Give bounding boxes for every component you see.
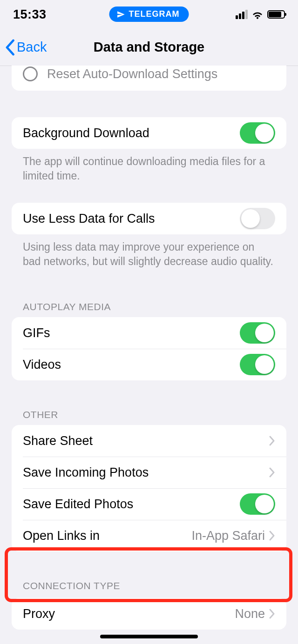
- save-incoming-label: Save Incoming Photos: [23, 465, 149, 480]
- save-edited-photos-row[interactable]: Save Edited Photos: [12, 488, 286, 520]
- paper-plane-icon: [117, 10, 125, 19]
- share-sheet-row[interactable]: Share Sheet: [12, 425, 286, 457]
- radio-icon: [23, 66, 38, 81]
- autoplay-gifs-label: GIFs: [23, 326, 50, 340]
- chevron-right-icon: [269, 435, 275, 446]
- share-sheet-label: Share Sheet: [23, 434, 93, 448]
- home-indicator[interactable]: [100, 635, 198, 638]
- use-less-data-row[interactable]: Use Less Data for Calls: [12, 203, 286, 234]
- wifi-icon: [251, 10, 264, 19]
- save-incoming-photos-row[interactable]: Save Incoming Photos: [12, 457, 286, 488]
- pill-label: TELEGRAM: [129, 9, 180, 19]
- status-time: 15:33: [13, 7, 47, 22]
- back-label: Back: [17, 40, 47, 55]
- connection-group: Proxy None: [12, 598, 286, 630]
- status-bar: 15:33 TELEGRAM: [0, 0, 298, 29]
- save-edited-label: Save Edited Photos: [23, 497, 133, 511]
- save-edited-toggle[interactable]: [240, 493, 275, 515]
- battery-icon: [267, 10, 285, 19]
- chevron-left-icon: [5, 39, 15, 56]
- chevron-right-icon: [269, 608, 275, 619]
- autoplay-videos-label: Videos: [23, 358, 61, 372]
- use-less-data-toggle[interactable]: [240, 208, 275, 229]
- background-download-group: Background Download: [12, 117, 286, 149]
- reset-group: Reset Auto-Download Settings: [12, 66, 286, 91]
- open-links-value: In-App Safari: [191, 529, 265, 543]
- connection-header: CONNECTION TYPE: [12, 580, 286, 590]
- background-download-row[interactable]: Background Download: [12, 117, 286, 149]
- autoplay-videos-row[interactable]: Videos: [12, 349, 286, 380]
- chevron-right-icon: [269, 530, 275, 541]
- open-links-label: Open Links in: [23, 529, 100, 543]
- autoplay-gifs-row[interactable]: GIFs: [12, 317, 286, 349]
- use-less-data-label: Use Less Data for Calls: [23, 212, 155, 226]
- background-download-toggle[interactable]: [240, 122, 275, 144]
- use-less-data-group: Use Less Data for Calls: [12, 203, 286, 234]
- proxy-row[interactable]: Proxy None: [12, 598, 286, 630]
- autoplay-header: AUTOPLAY MEDIA: [12, 301, 286, 317]
- background-download-footer: The app will continue downloading media …: [12, 149, 286, 183]
- reset-auto-download-row[interactable]: Reset Auto-Download Settings: [12, 66, 286, 88]
- reset-label: Reset Auto-Download Settings: [47, 67, 217, 81]
- chevron-right-icon: [269, 467, 275, 478]
- back-button[interactable]: Back: [0, 39, 47, 56]
- other-group: Share Sheet Save Incoming Photos Save Ed…: [12, 425, 286, 551]
- autoplay-videos-toggle[interactable]: [240, 354, 275, 375]
- autoplay-gifs-toggle[interactable]: [240, 322, 275, 344]
- proxy-label: Proxy: [23, 607, 55, 621]
- open-links-row[interactable]: Open Links in In-App Safari: [12, 520, 286, 551]
- background-download-label: Background Download: [23, 126, 149, 140]
- nav-bar: Back Data and Storage: [0, 29, 298, 66]
- autoplay-group: GIFs Videos: [12, 317, 286, 380]
- use-less-data-footer: Using less data may improve your experie…: [12, 234, 286, 269]
- proxy-value: None: [235, 607, 265, 621]
- other-header: OTHER: [12, 409, 286, 425]
- return-to-app-pill[interactable]: TELEGRAM: [109, 7, 189, 22]
- cellular-signal-icon: [236, 10, 248, 19]
